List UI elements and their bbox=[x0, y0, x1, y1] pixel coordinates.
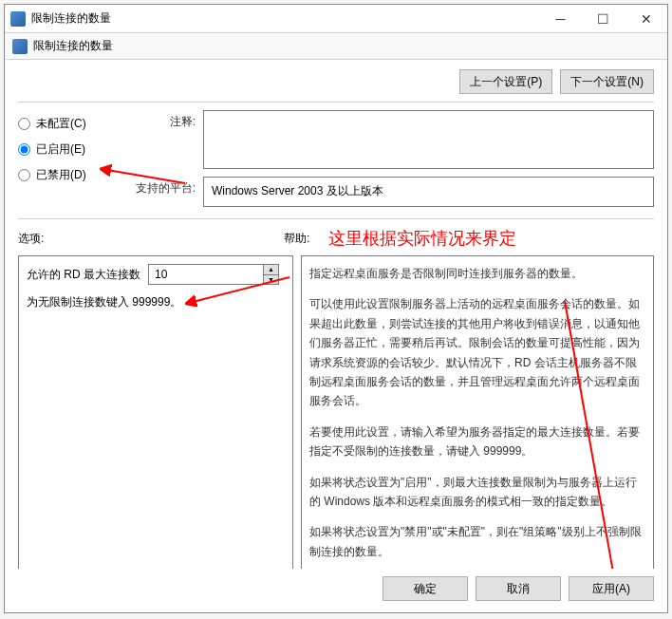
app-icon bbox=[10, 11, 26, 27]
nav-row: 上一个设置(P) 下一个设置(N) bbox=[18, 69, 654, 94]
policy-dialog: 限制连接的数量 ─ ☐ ✕ 限制连接的数量 上一个设置(P) 下一个设置(N) … bbox=[4, 4, 668, 613]
help-p2: 可以使用此设置限制服务器上活动的远程桌面服务会话的数量。如果超出此数量，则尝试连… bbox=[309, 294, 645, 410]
platform-row: 支持的平台: Windows Server 2003 及以上版本 bbox=[127, 177, 654, 207]
apply-button[interactable]: 应用(A) bbox=[569, 576, 654, 601]
options-label: 选项: bbox=[18, 231, 113, 247]
help-p4: 如果将状态设置为"启用"，则最大连接数量限制为与服务器上运行的 Windows … bbox=[309, 473, 645, 512]
platform-value: Windows Server 2003 及以上版本 bbox=[203, 177, 654, 207]
radio-disabled-label: 已禁用(D) bbox=[36, 167, 86, 183]
policy-subtitle: 限制连接的数量 bbox=[33, 38, 113, 54]
spinner-down-icon[interactable]: ▼ bbox=[264, 275, 278, 285]
form-column: 注释: 支持的平台: Windows Server 2003 及以上版本 bbox=[127, 110, 654, 215]
max-conn-label: 允许的 RD 最大连接数 bbox=[27, 267, 140, 283]
separator bbox=[18, 102, 654, 103]
comment-label: 注释: bbox=[127, 110, 203, 169]
titlebar: 限制连接的数量 ─ ☐ ✕ bbox=[5, 5, 667, 33]
prev-setting-button[interactable]: 上一个设置(P) bbox=[459, 69, 552, 94]
help-p3: 若要使用此设置，请输入希望为服务器指定的最大连接数量。若要指定不受限制的连接数量… bbox=[309, 422, 645, 461]
state-radio-group: 未配置(C) 已启用(E) 已禁用(D) bbox=[18, 110, 118, 215]
comment-textarea[interactable] bbox=[203, 110, 654, 169]
maximize-button[interactable]: ☐ bbox=[582, 5, 625, 33]
ok-button[interactable]: 确定 bbox=[383, 576, 468, 601]
radio-not-configured-input[interactable] bbox=[18, 118, 30, 130]
radio-enabled-label: 已启用(E) bbox=[36, 141, 85, 158]
max-conn-input[interactable] bbox=[149, 265, 263, 284]
sub-header: 限制连接的数量 bbox=[5, 33, 667, 60]
mid-labels-row: 选项: 帮助: 这里根据实际情况来界定 bbox=[18, 227, 654, 250]
max-conn-spinner[interactable]: ▲ ▼ bbox=[148, 264, 279, 285]
cancel-button[interactable]: 取消 bbox=[476, 576, 561, 601]
annotation-text: 这里根据实际情况来界定 bbox=[328, 227, 516, 250]
content-area: 上一个设置(P) 下一个设置(N) 未配置(C) 已启用(E) 已禁用(D) bbox=[5, 60, 667, 569]
panels-row: 允许的 RD 最大连接数 ▲ ▼ 为无限制连接数键入 999999。 指定远程桌… bbox=[18, 255, 654, 569]
minimize-button[interactable]: ─ bbox=[539, 5, 582, 33]
radio-not-configured[interactable]: 未配置(C) bbox=[18, 116, 118, 132]
help-p1: 指定远程桌面服务是否限制同时连接到服务器的数量。 bbox=[309, 264, 645, 283]
radio-enabled[interactable]: 已启用(E) bbox=[18, 141, 118, 158]
dialog-footer: 确定 取消 应用(A) bbox=[5, 569, 667, 612]
close-button[interactable]: ✕ bbox=[625, 5, 667, 33]
platform-label: 支持的平台: bbox=[127, 177, 203, 207]
radio-enabled-input[interactable] bbox=[18, 143, 30, 156]
help-p5: 如果将状态设置为"禁用"或"未配置"，则在"组策略"级别上不强制限制连接的数量。 bbox=[309, 522, 645, 561]
comment-row: 注释: bbox=[127, 110, 654, 169]
options-panel: 允许的 RD 最大连接数 ▲ ▼ 为无限制连接数键入 999999。 bbox=[18, 255, 293, 569]
separator-2 bbox=[18, 218, 654, 219]
next-setting-button[interactable]: 下一个设置(N) bbox=[560, 69, 654, 94]
unlimited-hint: 为无限制连接数键入 999999。 bbox=[27, 294, 285, 310]
upper-section: 未配置(C) 已启用(E) 已禁用(D) 注释: 支持的平台: bbox=[18, 110, 654, 215]
radio-not-configured-label: 未配置(C) bbox=[36, 116, 86, 132]
radio-disabled-input[interactable] bbox=[18, 169, 30, 181]
spinner-arrows: ▲ ▼ bbox=[263, 265, 278, 284]
policy-icon bbox=[12, 39, 28, 54]
help-panel: 指定远程桌面服务是否限制同时连接到服务器的数量。 可以使用此设置限制服务器上活动… bbox=[301, 255, 654, 569]
max-conn-row: 允许的 RD 最大连接数 ▲ ▼ bbox=[27, 264, 285, 285]
window-title: 限制连接的数量 bbox=[31, 10, 539, 27]
window-controls: ─ ☐ ✕ bbox=[539, 5, 667, 33]
spinner-up-icon[interactable]: ▲ bbox=[264, 265, 278, 275]
radio-disabled[interactable]: 已禁用(D) bbox=[18, 167, 118, 183]
help-label: 帮助: bbox=[284, 231, 309, 247]
